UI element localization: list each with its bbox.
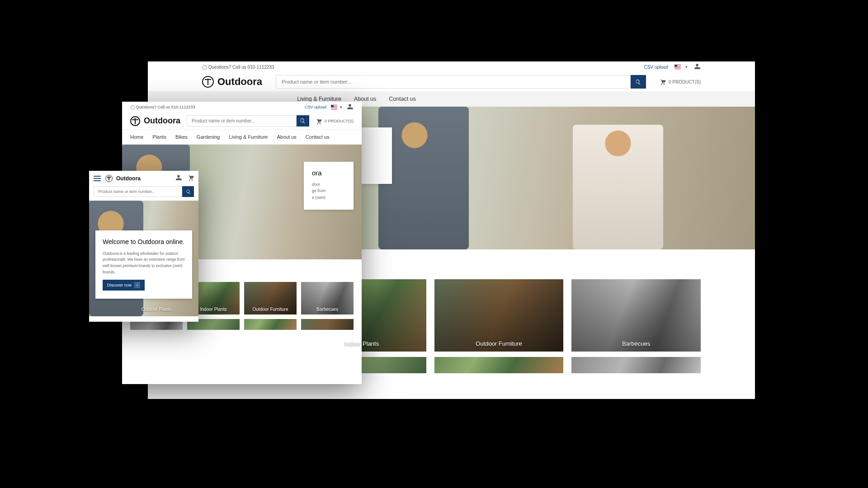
brand-name: Outdoora — [116, 175, 141, 182]
questions-label: Questions? Call us 010-1112233 — [208, 65, 274, 70]
brand-name: Outdoora — [217, 76, 262, 88]
search-icon — [300, 118, 306, 124]
logo-icon — [105, 175, 113, 182]
chevron-down-icon: ▾ — [685, 65, 688, 69]
logo-icon — [202, 76, 214, 88]
arrow-right-icon: › — [134, 282, 140, 288]
category-tile[interactable] — [244, 319, 297, 330]
cart-count-label: 0 PRODUCT(S) — [325, 119, 354, 123]
help-icon: ◯ — [202, 65, 207, 70]
hamburger-button[interactable] — [94, 176, 101, 181]
topbar: ◯ Questions? Call us 010-1112233 CSV upl… — [148, 61, 755, 72]
category-tile[interactable] — [571, 357, 701, 373]
cart-button[interactable]: 0 PRODUCT(S) — [316, 118, 354, 124]
brand-logo[interactable]: Outdoora — [130, 116, 180, 126]
category-label: Barbecues — [622, 340, 650, 347]
cart-icon — [316, 118, 322, 124]
search-icon — [635, 79, 641, 85]
hero-title: Welcome to Outdoora online. — [103, 238, 185, 246]
chevron-down-icon: ▾ — [351, 106, 354, 111]
search-button[interactable] — [297, 115, 309, 127]
search-button[interactable] — [631, 75, 646, 89]
primary-nav: Home Plants Bikes Gardening Living & Fur… — [122, 129, 362, 145]
cta-label: Discover now — [107, 283, 132, 287]
search-form — [276, 75, 646, 89]
hero-card: ora door ge from e (own) — [304, 162, 354, 210]
hero-title: ora — [312, 169, 345, 177]
csv-upload-link[interactable]: CSV upload — [305, 105, 326, 109]
category-label: Outdoor Furniture — [476, 340, 522, 347]
nav-bikes[interactable]: Bikes — [175, 134, 188, 140]
search-button[interactable] — [182, 186, 194, 197]
cart-count-label: 0 PRODUCT(S) — [669, 80, 701, 84]
discover-now-button[interactable]: Discover now › — [103, 280, 145, 291]
nav-about[interactable]: About us — [354, 96, 376, 102]
hero-figure-2 — [573, 125, 663, 249]
us-flag-icon[interactable] — [331, 105, 337, 109]
cart-button[interactable]: 0 PRODUCT(S) — [660, 79, 701, 85]
cart-icon — [660, 79, 666, 85]
category-barbecues[interactable]: Barbecues — [571, 279, 701, 352]
drop-shadow — [181, 398, 714, 434]
nav-gardening[interactable]: Gardening — [197, 134, 220, 140]
nav-home[interactable]: Home — [130, 134, 143, 140]
questions-text: ◯ Questions? Call us 010-1112233 — [202, 65, 274, 70]
nav-plants[interactable]: Plants — [152, 134, 166, 140]
hero-figure-1 — [378, 107, 469, 249]
category-outdoor-furniture[interactable]: Outdoor Furniture — [434, 279, 564, 352]
search-icon — [186, 189, 191, 194]
hero-body: door ge from e (own) — [312, 181, 345, 201]
search-form — [187, 115, 309, 127]
chevron-down-icon: ▾ — [180, 177, 182, 182]
category-label: Indoor Plants — [200, 307, 227, 312]
csv-upload-link[interactable]: CSV upload — [644, 65, 668, 70]
topbar: ◯ Questions? Call us 010-1112233 CSV upl… — [122, 102, 362, 113]
help-icon: ◯ — [130, 105, 135, 109]
mobile-header: Outdoora ▾ — [89, 171, 198, 186]
nav-about[interactable]: About us — [277, 134, 296, 140]
cart-button[interactable] — [188, 174, 194, 183]
user-menu[interactable]: ▾ — [175, 174, 182, 183]
nav-living-furniture[interactable]: Living & Furniture — [229, 134, 268, 140]
hero-card: Welcome to Outdoora online. Outdoora is … — [95, 230, 192, 299]
hamburger-icon — [94, 176, 101, 177]
category-barbecues[interactable]: Barbecues — [301, 282, 354, 314]
brand-logo[interactable]: Outdoora — [105, 175, 141, 182]
category-label: Outdoor Plants — [142, 307, 172, 312]
chevron-down-icon: ▾ — [340, 105, 342, 109]
category-label: Indoor Plants — [344, 340, 379, 347]
questions-text: ◯ Questions? Call us 010-1112233 — [130, 105, 195, 109]
categories-title: Our top categories. — [89, 316, 198, 322]
nav-contact[interactable]: Contact us — [306, 134, 330, 140]
search-input[interactable] — [276, 75, 631, 89]
category-tile[interactable] — [301, 319, 354, 330]
chevron-down-icon: ▾ — [698, 66, 701, 70]
nav-contact[interactable]: Contact us — [389, 96, 416, 102]
category-label: Barbecues — [316, 307, 338, 312]
user-menu[interactable]: ▾ — [694, 63, 701, 70]
brand-name: Outdoora — [144, 116, 180, 126]
search-form — [94, 186, 194, 197]
user-menu[interactable]: ▾ — [347, 103, 354, 111]
category-label: Outdoor Furniture — [253, 307, 288, 312]
category-outdoor-furniture[interactable]: Outdoor Furniture — [244, 282, 297, 314]
search-input[interactable] — [187, 115, 297, 127]
cart-icon — [188, 174, 194, 181]
mobile-preview: Outdoora ▾ Welcome to Outdoora online. O… — [89, 171, 198, 322]
brand-logo[interactable]: Outdoora — [202, 76, 262, 88]
search-input[interactable] — [94, 186, 182, 197]
nav-living-furniture[interactable]: Living & Furniture — [297, 96, 341, 102]
logo-icon — [130, 116, 140, 126]
hero-body: Outdoora is a leading wholesaler for out… — [103, 251, 185, 275]
hero-banner: Welcome to Outdoora online. Outdoora is … — [89, 201, 198, 316]
us-flag-icon[interactable] — [675, 65, 681, 69]
header-row: Outdoora 0 PRODUCT(S) — [148, 72, 755, 91]
header-row: Outdoora 0 PRODUCT(S) — [122, 113, 362, 129]
category-tile[interactable] — [434, 357, 564, 373]
